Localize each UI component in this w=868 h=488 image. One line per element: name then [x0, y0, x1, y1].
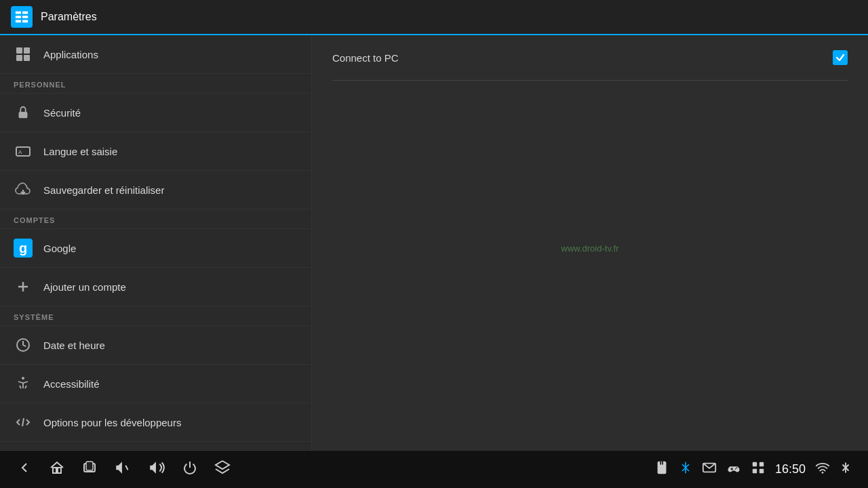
- clock-icon: [14, 336, 33, 354]
- backup-icon: [14, 180, 33, 199]
- app-icon: [14, 45, 33, 64]
- svg-text:A: A: [18, 149, 22, 155]
- titlebar-title: Paramètres: [41, 11, 97, 23]
- home-button[interactable]: [49, 460, 65, 479]
- developpeurs-label: Options pour les développeurs: [43, 417, 181, 428]
- watermark: www.droid-tv.fr: [312, 243, 868, 253]
- sidebar-item-date[interactable]: Date et heure: [0, 326, 311, 365]
- taskbar-right: 16:50: [654, 460, 852, 479]
- langue-label: Langue et saisie: [43, 146, 117, 157]
- sidebar-item-applications[interactable]: Applications: [0, 35, 311, 74]
- svg-line-25: [125, 466, 127, 470]
- volume-down-button[interactable]: [114, 459, 132, 480]
- bluetooth-status-icon: [840, 462, 852, 477]
- taskbar: 16:50: [0, 450, 868, 488]
- sauvegarder-label: Sauvegarder et réinitialiser: [43, 184, 164, 196]
- google-icon: g: [14, 239, 33, 258]
- sidebar-item-securite[interactable]: Sécurité: [0, 94, 311, 132]
- volume-up-button[interactable]: [148, 459, 165, 480]
- section-header-comptes: COMPTES: [0, 209, 311, 229]
- svg-rect-22: [58, 468, 61, 473]
- titlebar: Paramètres: [0, 0, 868, 35]
- svg-point-36: [822, 472, 824, 474]
- main-layout: Applications PERSONNEL Sécurité A Langu: [0, 35, 868, 450]
- code-icon: [14, 413, 33, 432]
- layers-button[interactable]: [214, 460, 231, 479]
- svg-rect-3: [22, 16, 28, 18]
- sidebar-item-ajouter[interactable]: Ajouter un compte: [0, 268, 311, 306]
- sidebar: Applications PERSONNEL Sécurité A Langu: [0, 35, 312, 450]
- svg-rect-7: [24, 47, 30, 54]
- ajouter-label: Ajouter un compte: [43, 281, 126, 293]
- wifi-icon: [815, 460, 830, 479]
- sidebar-item-langue[interactable]: A Langue et saisie: [0, 132, 311, 171]
- svg-rect-21: [53, 468, 56, 473]
- section-header-personnel: PERSONNEL: [0, 74, 311, 94]
- svg-rect-34: [753, 469, 757, 473]
- connect-to-pc-row: Connect to PC: [332, 35, 848, 81]
- email-icon: [702, 460, 717, 479]
- svg-point-30: [735, 468, 736, 470]
- keyboard-icon: A: [14, 142, 33, 161]
- svg-rect-35: [760, 469, 764, 473]
- bluetooth-icon: [679, 461, 692, 478]
- svg-rect-9: [24, 55, 30, 61]
- svg-line-17: [22, 418, 24, 426]
- taskbar-left: [16, 459, 231, 480]
- svg-rect-6: [16, 47, 22, 54]
- svg-rect-4: [16, 20, 21, 23]
- sidebar-item-sauvegarder[interactable]: Sauvegarder et réinitialiser: [0, 171, 311, 209]
- connect-to-pc-checkbox[interactable]: [833, 50, 848, 65]
- section-header-systeme: SYSTÈME: [0, 306, 311, 326]
- gamepad-icon: [726, 460, 741, 479]
- svg-point-31: [736, 467, 738, 468]
- back-button[interactable]: [16, 460, 33, 479]
- recents-button[interactable]: [81, 460, 98, 479]
- sidebar-item-google[interactable]: g Google: [0, 229, 311, 268]
- taskbar-time: 16:50: [775, 462, 806, 476]
- titlebar-icon: [11, 6, 33, 28]
- svg-rect-8: [16, 55, 22, 61]
- svg-rect-33: [760, 462, 764, 466]
- securite-label: Sécurité: [43, 107, 81, 119]
- date-label: Date et heure: [43, 340, 105, 351]
- svg-rect-2: [16, 16, 21, 18]
- sd-card-icon: [654, 460, 669, 479]
- sidebar-item-accessibilite[interactable]: Accessibilité: [0, 365, 311, 403]
- svg-point-16: [22, 377, 24, 380]
- svg-rect-32: [753, 462, 757, 466]
- svg-rect-24: [86, 462, 93, 470]
- sidebar-item-developpeurs[interactable]: Options pour les développeurs: [0, 403, 311, 442]
- plus-icon: [14, 277, 33, 296]
- applications-label: Applications: [43, 49, 98, 60]
- power-button[interactable]: [182, 460, 198, 479]
- svg-rect-1: [22, 12, 28, 14]
- sidebar-item-apropos[interactable]: À propos de la devicete: [0, 442, 311, 450]
- store-icon: [751, 460, 766, 479]
- svg-rect-10: [19, 112, 28, 118]
- svg-rect-5: [22, 20, 28, 23]
- connect-to-pc-label: Connect to PC: [332, 52, 399, 64]
- accessibility-icon: [14, 374, 33, 393]
- lock-icon: [14, 103, 33, 122]
- accessibilite-label: Accessibilité: [43, 378, 100, 390]
- svg-rect-0: [16, 12, 21, 14]
- google-label: Google: [43, 243, 76, 254]
- content-area: Connect to PC www.droid-tv.fr: [312, 35, 868, 450]
